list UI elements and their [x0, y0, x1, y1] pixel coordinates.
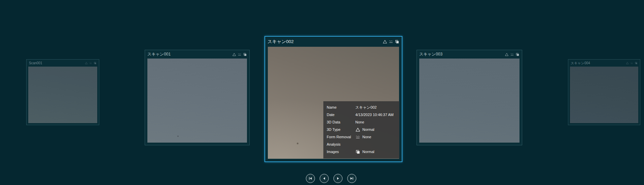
scan-card-title: スキャン004	[571, 61, 590, 66]
scan-thumbnail	[28, 67, 97, 123]
scan-status-icons	[85, 62, 97, 65]
form-removal-icon	[510, 52, 514, 57]
info-value: None	[355, 120, 364, 124]
3d-type-icon	[505, 52, 509, 57]
scan-status-icons	[505, 52, 520, 57]
scan-status-icons	[626, 62, 638, 65]
info-label: Analysis	[327, 142, 355, 146]
info-value: None	[355, 135, 371, 140]
scan-card-2[interactable]: スキャン002 Name スキャン002 Date 4/13/2023 10:4…	[264, 36, 402, 162]
form-removal-icon	[89, 62, 92, 65]
previous-icon	[322, 176, 326, 181]
carousel-navigation	[306, 174, 356, 183]
scan-card-3[interactable]: スキャン003	[417, 50, 522, 145]
info-label: 3D Data	[327, 120, 355, 124]
images-icon	[243, 52, 247, 57]
scan-status-icons	[383, 39, 399, 44]
info-row-date: Date 4/13/2023 10:46:37 AM	[327, 111, 396, 118]
scan-card-header: Scan001	[27, 60, 99, 67]
info-label: Form Removal	[327, 135, 355, 139]
3d-type-icon	[383, 39, 387, 44]
form-removal-icon	[355, 135, 360, 140]
info-row-images: Images Normal	[327, 148, 396, 155]
form-removal-icon	[630, 62, 633, 65]
scan-card-1[interactable]: スキャン001	[145, 50, 250, 145]
skip-to-last-button[interactable]	[347, 174, 356, 183]
images-icon	[515, 52, 520, 57]
info-label: 3D Type	[327, 127, 355, 132]
form-removal-icon	[238, 52, 242, 57]
info-value-text: Normal	[362, 150, 374, 154]
scan-thumbnail	[147, 59, 247, 143]
scan-info-overlay: Name スキャン002 Date 4/13/2023 10:46:37 AM …	[323, 101, 399, 158]
info-value: スキャン002	[355, 105, 377, 110]
previous-button[interactable]	[320, 174, 329, 183]
info-value-text: 4/13/2023 10:46:37 AM	[355, 113, 394, 117]
scan-thumbnail	[419, 59, 520, 143]
next-icon	[336, 176, 340, 181]
scan-card-0[interactable]: Scan001	[26, 59, 99, 125]
skip-to-last-icon	[350, 176, 354, 181]
info-value-text: None	[362, 135, 371, 139]
info-value-text: スキャン002	[355, 105, 377, 110]
info-row-3d-data: 3D Data None	[327, 118, 396, 126]
info-value-text: None	[355, 120, 364, 124]
info-value: Normal	[355, 149, 374, 154]
skip-to-first-button[interactable]	[306, 174, 315, 183]
scan-card-title: スキャン002	[267, 39, 294, 45]
scan-card-header: スキャン003	[417, 50, 522, 59]
form-removal-icon	[389, 39, 393, 44]
info-label: Images	[327, 150, 355, 154]
3d-type-icon	[355, 127, 360, 132]
scan-card-4[interactable]: スキャン004	[568, 59, 640, 125]
skip-to-first-icon	[308, 176, 313, 181]
3d-type-icon	[85, 62, 88, 65]
scan-status-icons	[232, 52, 247, 57]
info-label: Date	[327, 113, 355, 117]
images-icon	[94, 62, 97, 65]
scan-thumbnail	[570, 67, 638, 123]
next-button[interactable]	[333, 174, 343, 183]
scan-card-title: スキャン003	[419, 51, 442, 57]
scan-card-title: Scan001	[29, 61, 42, 65]
3d-type-icon	[232, 52, 236, 57]
info-value: Normal	[355, 127, 374, 132]
3d-type-icon	[626, 62, 629, 65]
info-row-form-removal: Form Removal None	[327, 133, 396, 141]
info-row-name: Name スキャン002	[327, 104, 396, 111]
images-icon	[395, 39, 399, 44]
scan-card-header: スキャン001	[145, 50, 249, 59]
scan-card-header: スキャン002	[265, 37, 402, 47]
info-row-analysis: Analysis	[327, 141, 396, 148]
scan-card-title: スキャン001	[147, 51, 171, 57]
info-label: Name	[327, 105, 355, 109]
info-row-3d-type: 3D Type Normal	[327, 126, 396, 133]
scan-card-header: スキャン004	[568, 60, 640, 67]
info-value-text: Normal	[362, 127, 374, 132]
images-icon	[635, 62, 638, 65]
info-value: 4/13/2023 10:46:37 AM	[355, 113, 394, 117]
images-icon	[355, 149, 360, 154]
